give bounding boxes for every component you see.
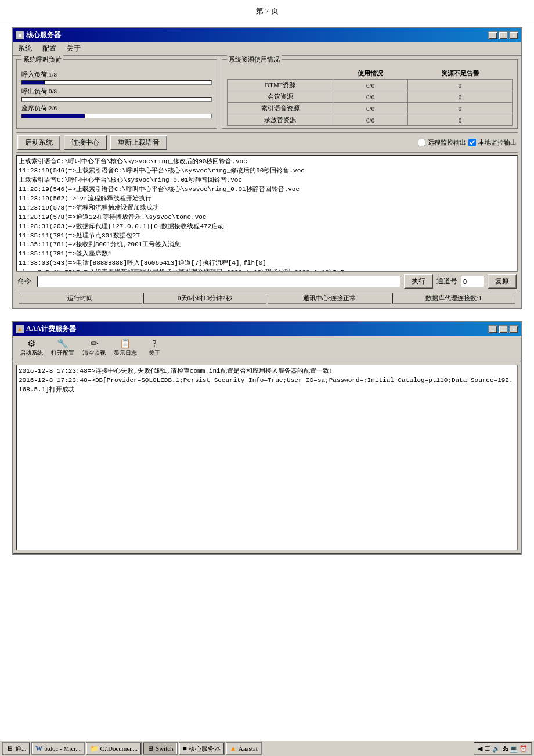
load-bar-2	[21, 97, 212, 102]
resource-row-4: 录放音资源 0/0 0	[228, 114, 513, 126]
taskbar-btn-tong[interactable]: 🖥 通...	[2, 742, 30, 755]
res-alert-2: 0	[408, 91, 513, 103]
res-usage-4: 0/0	[333, 114, 408, 126]
systray: ◀ 🖵 🔊 🖧 💻 ⏰	[474, 742, 532, 755]
runtime-label-cell: 运行时间	[19, 293, 142, 304]
channel-input[interactable]	[461, 276, 484, 287]
aaa-log-area[interactable]: 2016-12-8 17:23:48=>连接中心失败,失败代码1,请检查comm…	[16, 365, 518, 550]
taskbar-label-switch: Switch	[156, 745, 174, 752]
res-alert-3: 0	[408, 103, 513, 114]
aaa-window-icon: ▲	[16, 325, 24, 333]
taskbar-label-word: 6.doc - Micr...	[44, 745, 80, 752]
cmd-input[interactable]	[37, 276, 400, 287]
exec-btn[interactable]: 执行	[404, 274, 433, 289]
load-label-1: 呼入负荷:1/8	[21, 71, 57, 78]
aaa-start-btn[interactable]: ⚙ 启动系统	[16, 338, 46, 358]
core-titlebar: ■ 核心服务器 _ □ ×	[13, 28, 521, 42]
taskbar-btn-core[interactable]: ■ 核心服务器	[179, 742, 225, 755]
menubar-item-系统[interactable]: 系统	[16, 43, 34, 54]
taskbar-btn-explorer[interactable]: 📁 C:\Documen...	[86, 742, 142, 755]
taskbar-icon-aaa: ▲	[230, 744, 237, 753]
taskbar-label-aaa: Aaastat	[239, 745, 258, 752]
remote-monitor-checkbox[interactable]	[418, 139, 425, 146]
load-panel: 系统呼叫负荷 呼入负荷:1/8 呼出负荷:0/8	[16, 59, 217, 129]
res-name-2: 会议资源	[228, 91, 333, 103]
local-monitor-label: 本地监控输出	[478, 138, 517, 147]
res-usage-1: 0/0	[333, 80, 408, 91]
aaa-log-btn[interactable]: 📋 显示日志	[110, 338, 140, 358]
cmd-label: 命令	[17, 276, 34, 286]
taskbar-icon-explorer: 📁	[90, 744, 99, 753]
core-server-window: ■ 核心服务器 _ □ × 系统配置关于 系统呼叫负荷 呼入负荷:1/8	[12, 27, 522, 309]
systray-icons: ◀ 🖵 🔊 🖧 💻 ⏰	[478, 745, 528, 753]
res-alert-1: 0	[408, 80, 513, 91]
load-bar-fill-1	[22, 81, 45, 84]
res-alert-4: 0	[408, 114, 513, 126]
core-log-area[interactable]: 上载索引语音C:\呼叫中心平台\核心\sysvoc\ring_修改后的90秒回铃…	[16, 155, 518, 271]
load-bar-3	[21, 114, 212, 118]
load-row-2: 呼出负荷:0/8	[21, 87, 212, 102]
taskbar-icon-switch: 🖥	[147, 744, 154, 753]
aaa-title-label: AAA计费服务器	[26, 324, 76, 334]
aaa-config-label: 打开配置	[51, 349, 74, 357]
core-maximize-btn[interactable]: □	[499, 31, 508, 39]
load-row-1: 呼入负荷:1/8	[21, 70, 212, 85]
menubar-item-配置[interactable]: 配置	[40, 43, 59, 54]
res-name-3: 索引语音资源	[228, 103, 333, 114]
load-bar-fill-3	[22, 114, 85, 118]
aaa-start-label: 启动系统	[20, 349, 43, 357]
aaa-close-btn[interactable]: ×	[509, 325, 518, 333]
aaa-clear-btn[interactable]: ✏ 清空监视	[79, 338, 109, 358]
taskbar-btn-word[interactable]: W 6.doc - Micr...	[31, 742, 84, 755]
comm-status-cell: 通讯中心:连接正常	[268, 293, 391, 304]
aaa-server-window: ▲ AAA计费服务器 _ □ × ⚙ 启动系统 🔧 打开配置 ✏ 清空监视	[12, 321, 522, 555]
aaa-clear-label: 清空监视	[82, 349, 106, 357]
resource-table: 使用情况 资源不足告警 DTMF资源 0/0 0 会议资源	[227, 68, 513, 126]
taskbar-icon-core: ■	[183, 744, 187, 753]
aaa-titlebar: ▲ AAA计费服务器 _ □ ×	[13, 322, 521, 336]
aaa-toolbar: ⚙ 启动系统 🔧 打开配置 ✏ 清空监视 📋 显示日志 ? 关于	[13, 336, 521, 361]
core-title-label: 核心服务器	[26, 30, 61, 40]
res-usage-3: 0/0	[333, 103, 408, 114]
res-col-name	[228, 68, 333, 80]
local-monitor-checkbox[interactable]	[468, 139, 476, 146]
load-panel-title: 系统呼叫负荷	[21, 55, 63, 64]
aaa-start-icon: ⚙	[27, 339, 35, 348]
start-system-btn[interactable]: 启动系统	[17, 135, 60, 150]
taskbar-btn-aaa[interactable]: ▲ Aaastat	[226, 742, 262, 755]
aaa-log-icon: 📋	[120, 339, 131, 348]
aaa-config-icon: 🔧	[57, 339, 68, 348]
resource-panel-title: 系统资源使用情况	[227, 55, 282, 64]
core-window-icon: ■	[16, 31, 24, 39]
aaa-minimize-btn[interactable]: _	[488, 325, 497, 333]
resource-row-3: 索引语音资源 0/0 0	[228, 103, 513, 114]
restore-btn[interactable]: 复原	[488, 274, 517, 289]
reload-voice-btn[interactable]: 重新上载语音	[110, 135, 167, 150]
res-col-usage: 使用情况	[333, 68, 408, 80]
aaa-about-btn[interactable]: ? 关于	[142, 338, 167, 358]
taskbar-btn-switch[interactable]: 🖥 Switch	[143, 742, 178, 755]
aaa-config-btn[interactable]: 🔧 打开配置	[48, 338, 78, 358]
channel-label: 通道号	[436, 276, 457, 286]
core-window-controls: _ □ ×	[488, 31, 518, 39]
taskbar-icon-tong: 🖥	[6, 744, 13, 753]
core-minimize-btn[interactable]: _	[488, 31, 497, 39]
connect-center-btn[interactable]: 连接中心	[64, 135, 107, 150]
taskbar: 🖥 通... W 6.doc - Micr... 📁 C:\Documen...…	[0, 740, 534, 756]
core-close-btn[interactable]: ×	[509, 31, 518, 39]
aaa-maximize-btn[interactable]: □	[499, 325, 508, 333]
taskbar-icon-word: W	[35, 744, 42, 753]
core-cmd-row: 命令 执行 通道号 复原	[16, 271, 518, 291]
res-usage-2: 0/0	[333, 91, 408, 103]
load-row-3: 座席负荷:2/6	[21, 104, 212, 118]
aaa-titlebar-left: ▲ AAA计费服务器	[16, 324, 76, 334]
core-buttons-row: 启动系统 连接中心 重新上载语音 远程监控输出 本地监控输出	[16, 132, 518, 153]
res-name-4: 录放音资源	[228, 114, 333, 126]
core-panels-row: 系统呼叫负荷 呼入负荷:1/8 呼出负荷:0/8	[16, 59, 518, 129]
taskbar-label-explorer: C:\Documen...	[100, 745, 138, 752]
menubar-item-关于[interactable]: 关于	[64, 43, 83, 54]
aaa-log-label: 显示日志	[114, 349, 137, 357]
taskbar-label-tong: 通...	[15, 744, 26, 753]
monitor-checkboxes: 远程监控输出 本地监控输出	[418, 138, 517, 147]
aaa-about-label: 关于	[149, 349, 160, 357]
